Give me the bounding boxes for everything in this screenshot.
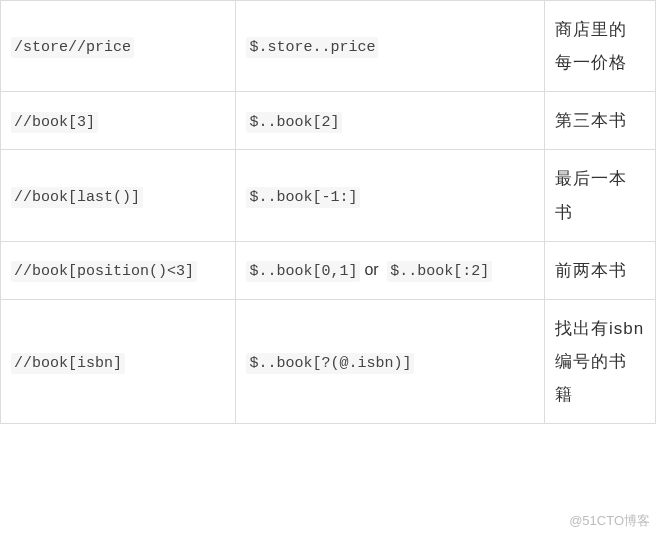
xpath-cell: //book[isbn] xyxy=(1,299,236,423)
jsonpath-cell: $.store..price xyxy=(236,1,545,92)
xpath-cell: //book[position()<3] xyxy=(1,241,236,299)
jsonpath-code-alt: $..book[:2] xyxy=(387,261,492,282)
xpath-code: /store//price xyxy=(11,37,134,58)
xpath-code: //book[isbn] xyxy=(11,353,125,374)
comparison-table: /store//price$.store..price商店里的每一价格//boo… xyxy=(0,0,656,424)
xpath-cell: //book[3] xyxy=(1,92,236,150)
table-row: /store//price$.store..price商店里的每一价格 xyxy=(1,1,656,92)
description-cell: 找出有isbn编号的书籍 xyxy=(545,299,656,423)
jsonpath-cell: $..book[2] xyxy=(236,92,545,150)
jsonpath-code: $.store..price xyxy=(246,37,378,58)
xpath-code: //book[last()] xyxy=(11,187,143,208)
jsonpath-code: $..book[?(@.isbn)] xyxy=(246,353,414,374)
jsonpath-code: $..book[0,1] xyxy=(246,261,360,282)
table-row: //book[last()]$..book[-1:]最后一本书 xyxy=(1,150,656,241)
jsonpath-cell: $..book[-1:] xyxy=(236,150,545,241)
xpath-cell: //book[last()] xyxy=(1,150,236,241)
description-cell: 第三本书 xyxy=(545,92,656,150)
xpath-code: //book[3] xyxy=(11,112,98,133)
jsonpath-cell: $..book[0,1]or $..book[:2] xyxy=(236,241,545,299)
description-cell: 商店里的每一价格 xyxy=(545,1,656,92)
description-cell: 前两本书 xyxy=(545,241,656,299)
jsonpath-cell: $..book[?(@.isbn)] xyxy=(236,299,545,423)
xpath-code: //book[position()<3] xyxy=(11,261,197,282)
table-row: //book[3]$..book[2]第三本书 xyxy=(1,92,656,150)
connector-text: or xyxy=(364,261,378,278)
table-body: /store//price$.store..price商店里的每一价格//boo… xyxy=(1,1,656,424)
table-row: //book[isbn]$..book[?(@.isbn)]找出有isbn编号的… xyxy=(1,299,656,423)
jsonpath-code: $..book[2] xyxy=(246,112,342,133)
xpath-cell: /store//price xyxy=(1,1,236,92)
jsonpath-code: $..book[-1:] xyxy=(246,187,360,208)
description-cell: 最后一本书 xyxy=(545,150,656,241)
table-row: //book[position()<3]$..book[0,1]or $..bo… xyxy=(1,241,656,299)
